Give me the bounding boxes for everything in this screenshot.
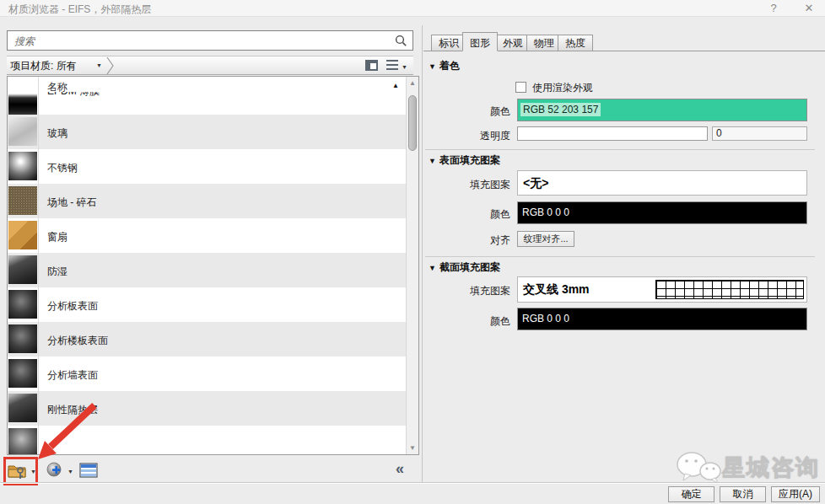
transparency-label: 透明度 xyxy=(423,129,510,143)
material-row[interactable]: 分析板表面 xyxy=(8,287,406,322)
cancel-button[interactable]: 取消 xyxy=(720,486,766,502)
watermark: 星城咨询 xyxy=(675,450,820,485)
shading-color-value: RGB 52 203 157 xyxy=(520,103,601,116)
use-render-appearance-label: 使用渲染外观 xyxy=(532,81,593,95)
surface-pattern-value-box[interactable]: <无> xyxy=(517,170,807,196)
material-thumbnail xyxy=(8,428,37,455)
project-materials-filter[interactable]: 项目材质: 所有 xyxy=(10,59,77,73)
scrollbar-thumb[interactable] xyxy=(408,95,417,151)
section-divider xyxy=(425,149,815,150)
texture-alignment-button[interactable]: 纹理对齐... xyxy=(517,231,574,247)
material-name: 场地 - 碎石 xyxy=(47,196,97,210)
surface-pattern-section-header[interactable]: ▼表面填充图案 xyxy=(429,153,500,168)
material-thumbnail xyxy=(8,186,37,215)
tab-physical[interactable]: 物理 xyxy=(526,35,562,51)
breadcrumb-chevron-icon xyxy=(106,56,115,75)
watermark-text: 星城咨询 xyxy=(722,453,820,483)
material-row[interactable]: 分析墙表面 xyxy=(8,357,406,391)
scroll-up-icon[interactable]: ▲ xyxy=(407,79,418,87)
footer-divider xyxy=(0,482,825,484)
material-thumbnail xyxy=(8,221,37,249)
material-list-body: 名称 ▲ EPDM 薄膜 玻璃 不锈钢 场地 - 碎石 窗扇 防湿 分析板表面 xyxy=(8,77,406,454)
create-material-caret-icon[interactable]: ▼ xyxy=(67,469,73,475)
tab-thermal[interactable]: 热度 xyxy=(558,35,593,51)
annotation-highlight-box xyxy=(3,457,38,485)
alignment-label: 对齐 xyxy=(423,233,510,248)
material-thumbnail xyxy=(8,394,37,422)
collapse-icon: ▼ xyxy=(429,264,436,272)
color-label: 颜色 xyxy=(423,105,510,119)
transparency-slider[interactable] xyxy=(517,126,708,141)
collapse-icon: ▼ xyxy=(429,157,436,165)
wechat-icon xyxy=(675,450,722,485)
scroll-down-icon[interactable]: ▼ xyxy=(407,444,418,452)
surface-pattern-value: <无> xyxy=(518,171,806,195)
panel-view-icon[interactable] xyxy=(365,60,378,71)
list-scrollbar[interactable]: ▲ ▼ xyxy=(406,77,418,454)
material-row[interactable]: 场地 - 碎石 xyxy=(8,184,406,218)
material-name: 刚性隔热层 xyxy=(47,403,98,417)
material-name: 分析楼板表面 xyxy=(47,334,108,348)
search-icon xyxy=(395,35,407,47)
transparency-value[interactable]: 0 xyxy=(712,126,807,141)
asset-browser-icon[interactable] xyxy=(79,463,98,478)
tab-appearance[interactable]: 外观 xyxy=(495,35,531,51)
material-row[interactable] xyxy=(8,426,406,454)
material-row[interactable]: 玻璃 xyxy=(8,115,406,149)
apply-button[interactable]: 应用(A) xyxy=(771,486,820,502)
material-thumbnail xyxy=(8,117,37,146)
material-thumbnail xyxy=(8,255,37,284)
use-render-appearance-checkbox[interactable] xyxy=(515,82,526,93)
collapse-icon: ▼ xyxy=(429,62,436,71)
cut-pattern-value-box[interactable]: 交叉线 3mm xyxy=(517,276,807,303)
create-material-icon[interactable] xyxy=(46,462,65,480)
material-row[interactable]: 不锈钢 xyxy=(8,149,406,184)
tab-identity[interactable]: 标识 xyxy=(431,35,466,51)
material-list: 名称 ▲ EPDM 薄膜 玻璃 不锈钢 场地 - 碎石 窗扇 防湿 分析板表面 xyxy=(7,76,419,455)
sort-ascending-icon[interactable]: ▲ xyxy=(392,82,399,89)
material-row[interactable]: 窗扇 xyxy=(8,218,406,253)
filter-caret-icon[interactable]: ▼ xyxy=(96,62,102,68)
panel-divider[interactable] xyxy=(422,25,423,482)
tab-graphics[interactable]: 图形 xyxy=(462,32,498,51)
material-row[interactable]: 名称 ▲ EPDM 薄膜 xyxy=(8,77,406,115)
cut-pattern-label: 填充图案 xyxy=(423,284,510,298)
shading-section-header[interactable]: ▼着色 xyxy=(429,59,460,73)
cut-color-label: 颜色 xyxy=(423,314,510,329)
material-row[interactable]: 刚性隔热层 xyxy=(8,391,406,426)
close-icon[interactable]: ✕ xyxy=(801,2,817,14)
cut-pattern-section-header[interactable]: ▼截面填充图案 xyxy=(429,260,500,275)
material-name: 不锈钢 xyxy=(47,161,78,175)
collapse-panel-icon[interactable]: « xyxy=(396,460,404,478)
material-name: EPDM 薄膜 xyxy=(47,92,148,99)
material-name: 分析墙表面 xyxy=(47,368,98,383)
crosshatch-preview xyxy=(655,280,804,299)
list-view-caret-icon[interactable]: ▼ xyxy=(402,64,407,70)
list-view-icon[interactable] xyxy=(386,60,398,71)
window-title: 材质浏览器 - EIFS，外部隔热层 xyxy=(8,3,151,17)
section-divider xyxy=(425,256,815,257)
material-name: 窗扇 xyxy=(47,230,67,244)
surface-pattern-label: 填充图案 xyxy=(423,178,510,192)
material-row[interactable]: 防湿 xyxy=(8,253,406,287)
material-thumbnail xyxy=(8,152,37,180)
material-row[interactable]: 分析楼板表面 xyxy=(8,322,406,357)
surface-color-label: 颜色 xyxy=(423,207,510,222)
ok-button[interactable]: 确定 xyxy=(668,486,714,502)
search-placeholder: 搜索 xyxy=(14,35,35,49)
cut-color-swatch[interactable]: RGB 0 0 0 xyxy=(517,308,807,330)
help-icon[interactable]: ? xyxy=(766,2,781,14)
material-thumbnail xyxy=(8,359,37,388)
material-name: 分析板表面 xyxy=(47,299,98,314)
surface-color-swatch[interactable]: RGB 0 0 0 xyxy=(517,201,807,224)
project-materials-toolbar: 项目材质: 所有 ▼ ▼ xyxy=(7,56,413,75)
material-name: 玻璃 xyxy=(47,126,67,141)
thumbnail-column-divider xyxy=(38,77,39,454)
material-name: 防湿 xyxy=(47,265,67,279)
material-thumbnail xyxy=(8,92,37,115)
shading-color-swatch[interactable]: RGB 52 203 157 xyxy=(517,99,807,121)
material-thumbnail xyxy=(8,290,37,319)
search-input[interactable]: 搜索 xyxy=(7,30,413,51)
material-thumbnail xyxy=(8,324,37,353)
